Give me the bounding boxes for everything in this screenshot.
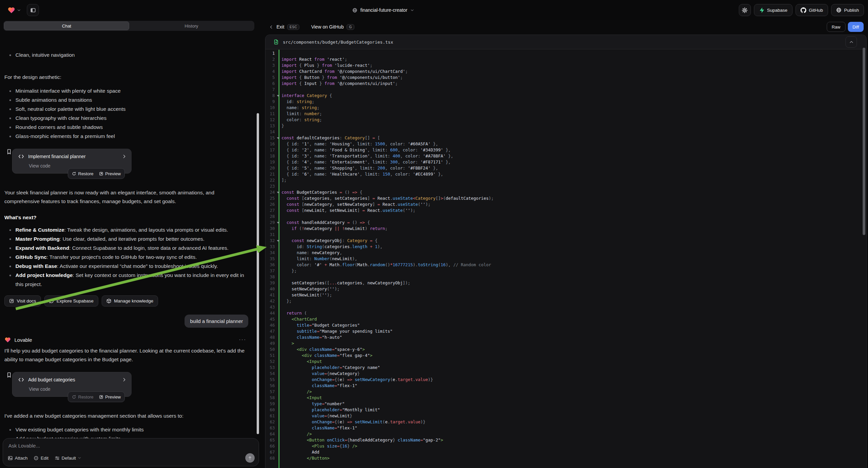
fold-gutter	[275, 213, 281, 220]
edit-mode-button[interactable]: Edit	[34, 456, 48, 461]
version-card[interactable]: Implement financial plannerView codeRest…	[12, 149, 131, 174]
code-text: if (!newCategory || !newLimit) return;	[281, 226, 388, 232]
lovable-app: financial-future-creator Supabase GitHub…	[0, 0, 868, 468]
line-number: 54	[266, 371, 275, 377]
code-text: <ChartCard	[281, 316, 317, 322]
code-text: limit: number;	[281, 111, 322, 117]
line-number: 52	[266, 358, 275, 364]
chat-message-list: Clean, intuitive navigationFor the desig…	[0, 50, 256, 439]
chat-composer[interactable]: Ask Lovable... Attach Edit Default	[3, 438, 259, 466]
supabase-button[interactable]: Supabase	[754, 4, 793, 16]
code-line: 32 const newCategoryObj: Category = {	[266, 238, 866, 244]
tab-history[interactable]: History	[129, 22, 254, 30]
action-manage-knowledge[interactable]: Manage knowledge	[102, 295, 158, 306]
view-code-link[interactable]: View code	[29, 163, 126, 169]
code-line: 39 setCategories([...categories, newCate…	[266, 280, 866, 286]
code-line: 1	[266, 50, 866, 56]
action-explore-supabase[interactable]: Explore Supabase	[44, 295, 98, 306]
model-select[interactable]: Default	[55, 456, 82, 461]
chat-bullet-list: View existing budget categories with the…	[4, 425, 249, 439]
line-number: 49	[266, 341, 275, 347]
code-text: const [newCategory, setNewCategory] = Re…	[281, 201, 431, 207]
github-button[interactable]: GitHub	[796, 4, 828, 16]
project-switcher[interactable]: financial-future-creator	[352, 0, 414, 20]
code-panel: src/components/budget/BudgetCategories.t…	[265, 35, 867, 468]
tab-chat[interactable]: Chat	[4, 22, 129, 30]
view-on-github-button[interactable]: View on GitHub	[311, 24, 344, 30]
line-number: 58	[266, 395, 275, 401]
attach-button[interactable]: Attach	[8, 456, 28, 461]
list-item: Refine & Customize: Tweak the design, an…	[4, 225, 249, 234]
code-text: placeholder="Monthly limit"	[281, 407, 380, 413]
code-line: 54 value={newCategory}	[266, 371, 866, 377]
raw-button[interactable]: Raw	[827, 22, 845, 32]
code-line: 2import React from 'react';	[266, 56, 866, 62]
code-line: 47 subtitle="Manage your spending limits…	[266, 328, 866, 334]
list-item: View existing budget categories with the…	[4, 425, 249, 434]
line-number: 19	[266, 159, 275, 165]
line-number: 7	[266, 87, 275, 93]
fold-toggle[interactable]	[275, 189, 281, 195]
preview-button[interactable]: Preview	[99, 394, 121, 400]
lovable-logo-menu[interactable]	[7, 6, 21, 14]
chevron-right-icon	[122, 154, 126, 159]
composer-input[interactable]: Ask Lovable...	[8, 443, 253, 448]
version-card[interactable]: Add budget categoriesView codeRestorePre…	[12, 372, 131, 397]
settings-button[interactable]	[739, 4, 751, 16]
file-path: src/components/budget/BudgetCategories.t…	[283, 39, 393, 45]
version-card-header[interactable]: Add budget categories	[18, 376, 126, 383]
exit-button[interactable]: Exit	[276, 24, 284, 30]
code-scrollbar[interactable]	[863, 48, 865, 235]
message-menu-button[interactable]: ···	[239, 337, 246, 343]
line-number: 41	[266, 292, 275, 298]
github-label: GitHub	[809, 8, 823, 13]
restore-button[interactable]: Restore	[72, 171, 94, 176]
back-chevron-icon[interactable]	[269, 25, 274, 29]
preview-button[interactable]: Preview	[99, 171, 121, 176]
fold-gutter	[275, 50, 281, 56]
code-line: 30 if (!newCategory || !newLimit) return…	[266, 226, 866, 232]
code-text: { id: '2', name: 'Food & Dining', limit:…	[281, 147, 451, 153]
user-message-row: build a financial planner	[4, 315, 248, 328]
line-number: 6	[266, 81, 275, 87]
code-text: color: string;	[281, 117, 322, 123]
fold-toggle[interactable]	[275, 93, 281, 99]
restore-button[interactable]: Restore	[72, 394, 94, 400]
code-line: 41 setNewLimit('');	[266, 292, 866, 298]
code-text: subtitle="Manage your spending limits"	[281, 328, 393, 334]
code-line: 65 <Button onClick={handleAddCategory} c…	[266, 437, 866, 443]
fold-gutter	[275, 407, 281, 413]
fold-gutter	[275, 437, 281, 443]
fold-gutter	[275, 443, 281, 449]
chat-paragraph: For the design aesthetic:	[4, 73, 249, 82]
view-code-link[interactable]: View code	[29, 386, 126, 392]
code-line: 23	[266, 183, 866, 189]
publish-button[interactable]: Publish	[831, 4, 864, 16]
line-number: 8	[266, 93, 275, 99]
toggle-sidebar-button[interactable]	[27, 4, 39, 16]
send-button[interactable]	[245, 453, 255, 463]
code-text: };	[281, 268, 297, 274]
line-number: 9	[266, 99, 275, 105]
code-line: 24const BudgetCategories = () => {	[266, 189, 866, 195]
code-text: const handleAddCategory = () => {	[281, 220, 370, 226]
version-card-header[interactable]: Implement financial planner	[18, 153, 126, 160]
diff-button[interactable]: Diff	[848, 22, 864, 32]
fold-toggle[interactable]	[275, 135, 281, 141]
fold-gutter	[275, 226, 281, 232]
collapse-file-button[interactable]	[845, 36, 857, 48]
fold-gutter	[275, 201, 281, 207]
version-card-title: Implement financial planner	[28, 154, 118, 159]
code-line: 36 color: '#' + Math.floor(Math.random()…	[266, 262, 866, 268]
fold-gutter	[275, 347, 281, 352]
line-number: 60	[266, 407, 275, 413]
action-visit-docs[interactable]: Visit docs	[4, 295, 41, 306]
code-line: 51 <div className="flex gap-4">	[266, 352, 866, 358]
fold-toggle[interactable]	[275, 220, 281, 226]
chat-scrollbar[interactable]	[257, 113, 259, 434]
list-item: Glass-morphic elements for a premium fee…	[4, 131, 249, 141]
fold-toggle[interactable]	[275, 238, 281, 244]
code-line: 31	[266, 232, 866, 238]
chat-bullet-list: Refine & Customize: Tweak the design, an…	[4, 225, 249, 289]
code-line: 10 name: string;	[266, 105, 866, 111]
